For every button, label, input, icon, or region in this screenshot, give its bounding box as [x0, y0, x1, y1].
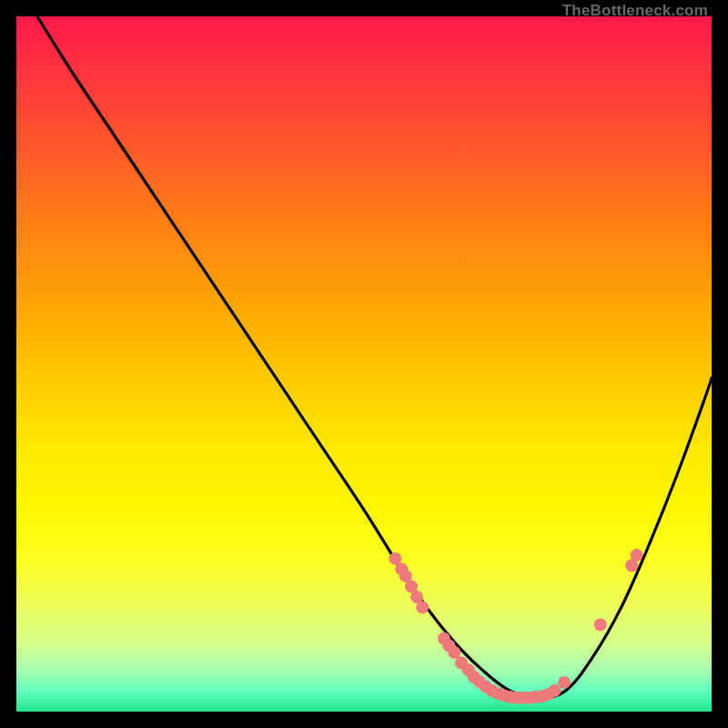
- chart-frame: TheBottleneck.com: [16, 16, 712, 712]
- data-point-marker: [448, 646, 460, 659]
- data-point-marker: [548, 684, 561, 697]
- marker-group: [389, 549, 642, 704]
- data-point-marker: [416, 601, 429, 613]
- plot-area: [16, 16, 712, 712]
- data-point-marker: [630, 549, 642, 561]
- chart-svg: [16, 16, 712, 712]
- data-point-marker: [594, 619, 607, 632]
- curve-group: [37, 16, 712, 698]
- bottleneck-curve: [37, 16, 712, 698]
- data-point-marker: [558, 676, 571, 689]
